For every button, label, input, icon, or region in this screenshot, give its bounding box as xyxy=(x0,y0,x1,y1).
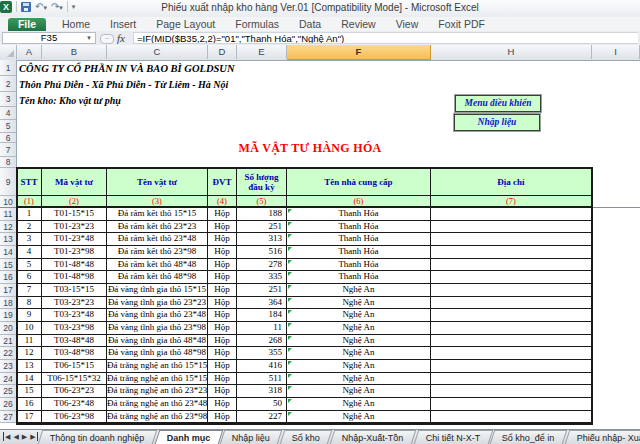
column-header-I[interactable]: I xyxy=(592,45,640,59)
sheet-tab-phi-u-nh-p-xu-t[interactable]: Phiếu nhập- Xuất xyxy=(565,430,640,444)
cell-stt[interactable]: 6 xyxy=(17,271,42,284)
cell-code[interactable]: T06-23*98 xyxy=(42,411,107,423)
cell-unit[interactable]: Hộp xyxy=(208,284,237,297)
cell-stt[interactable]: 2 xyxy=(17,221,42,233)
cell-unit[interactable]: Hộp xyxy=(208,347,237,360)
column-header-A[interactable]: A xyxy=(17,45,42,59)
cell-addr[interactable] xyxy=(431,259,592,271)
column-header-C[interactable]: C xyxy=(107,45,208,59)
ribbon-tab-view[interactable]: View xyxy=(386,18,429,31)
ribbon-tab-home[interactable]: Home xyxy=(52,18,100,31)
cell-addr[interactable] xyxy=(431,271,592,284)
last-sheet-icon[interactable]: ▶ xyxy=(30,432,37,441)
table-header-cell[interactable]: Tên vật tư xyxy=(107,168,208,196)
file-tab[interactable]: File xyxy=(8,18,46,31)
cell-name[interactable]: Đá vàng tĩnh gia thô 23*98 xyxy=(107,322,208,335)
row-header-12[interactable]: 12 xyxy=(0,221,17,233)
cell-code[interactable]: T06-23*48 xyxy=(42,398,107,411)
cell-stt[interactable]: 13 xyxy=(17,360,42,373)
cell-qty[interactable]: 355 xyxy=(237,347,287,360)
cell-addr[interactable] xyxy=(431,373,592,385)
table-header-cell[interactable]: Địa chỉ xyxy=(431,168,592,196)
row-header-26[interactable]: 26 xyxy=(0,398,17,411)
cell-addr[interactable] xyxy=(431,360,592,373)
cell-addr[interactable] xyxy=(431,208,592,221)
cell-unit[interactable]: Hộp xyxy=(208,221,237,233)
cell-supplier[interactable]: Nghệ An xyxy=(287,398,431,411)
cell-stt[interactable]: 3 xyxy=(17,233,42,246)
row-header-19[interactable]: 19 xyxy=(0,309,17,322)
cell-name[interactable]: Đá trắng nghệ an thô 23*23 xyxy=(107,385,208,398)
table-header-cell[interactable]: STT xyxy=(17,168,42,196)
cell-supplier[interactable]: Nghệ An xyxy=(287,322,431,335)
row-header-16[interactable]: 16 xyxy=(0,271,17,284)
row-header-11[interactable]: 11 xyxy=(0,208,17,221)
cell-name[interactable]: Đá răm kết thô 48*48 xyxy=(107,259,208,271)
cell-name[interactable]: Đá răm kết thô 23*23 xyxy=(107,221,208,233)
cell-code[interactable]: T01-48*98 xyxy=(42,271,107,284)
cell-stt[interactable]: 8 xyxy=(17,297,42,309)
ribbon-tab-data[interactable]: Data xyxy=(289,18,331,31)
cell-stt[interactable]: 7 xyxy=(17,284,42,297)
cell-supplier[interactable]: Thanh Hóa xyxy=(287,233,431,246)
cell-code[interactable]: T01-23*48 xyxy=(42,233,107,246)
cell-code[interactable]: T03-23*98 xyxy=(42,322,107,335)
cell-qty[interactable]: 318 xyxy=(237,385,287,398)
cell-unit[interactable]: Hộp xyxy=(208,271,237,284)
cell-supplier[interactable]: Nghệ An xyxy=(287,309,431,322)
table-header-cell[interactable]: Mã vật tư xyxy=(42,168,107,196)
sheet-tab-danh-m-c[interactable]: Danh mục xyxy=(154,430,222,444)
data-entry-button[interactable]: Nhập liệu xyxy=(454,114,540,131)
cell-qty[interactable]: 188 xyxy=(237,208,287,221)
cell-addr[interactable] xyxy=(431,284,592,297)
cell-code[interactable]: T03-15*15 xyxy=(42,284,107,297)
cell-addr[interactable] xyxy=(431,309,592,322)
cell-unit[interactable]: Hộp xyxy=(208,398,237,411)
cell-stt[interactable]: 5 xyxy=(17,259,42,271)
cell-supplier[interactable]: Thanh Hóa xyxy=(287,271,431,284)
table-header-cell[interactable]: Tên nhà cung cấp xyxy=(287,168,431,196)
cell-stt[interactable]: 17 xyxy=(17,411,42,423)
row-header-22[interactable]: 22 xyxy=(0,347,17,360)
row-header-21[interactable]: 21 xyxy=(0,335,17,347)
cell-name[interactable]: Đá răm kết thô 23*98 xyxy=(107,246,208,259)
name-box-dropdown-icon[interactable]: ▼ xyxy=(86,35,92,41)
cell-code[interactable]: T06-15*15 xyxy=(42,360,107,373)
cell-addr[interactable] xyxy=(431,297,592,309)
cell-supplier[interactable]: Thanh Hóa xyxy=(287,259,431,271)
cell-name[interactable]: Đá răm kết thô 23*48 xyxy=(107,233,208,246)
cell-name[interactable]: Đá trắng nghệ an thô 15*15*32 xyxy=(107,373,208,385)
cell-code[interactable]: T03-48*98 xyxy=(42,347,107,360)
row-header-2[interactable]: 2 xyxy=(0,76,17,92)
row-header-1[interactable]: 1 xyxy=(0,60,17,76)
table-header-cell[interactable]: ĐVT xyxy=(208,168,237,196)
cell-supplier[interactable]: Thanh Hóa xyxy=(287,221,431,233)
cell-stt[interactable]: 12 xyxy=(17,347,42,360)
cell-name[interactable]: Đá răm kết thô 48*98 xyxy=(107,271,208,284)
cell-addr[interactable] xyxy=(431,385,592,398)
cell-code[interactable]: T03-23*48 xyxy=(42,309,107,322)
cell-qty[interactable]: 227 xyxy=(237,411,287,423)
cell-name[interactable]: Đá vàng tĩnh gia thô 23*48 xyxy=(107,309,208,322)
cell-code[interactable]: T01-15*15 xyxy=(42,208,107,221)
cell-qty[interactable]: 184 xyxy=(237,309,287,322)
row-header-3[interactable]: 3 xyxy=(0,92,17,107)
cell-addr[interactable] xyxy=(431,335,592,347)
cell-qty[interactable]: 335 xyxy=(237,271,287,284)
cell-code[interactable]: T06-15*15*32 xyxy=(42,373,107,385)
cell-qty[interactable]: 251 xyxy=(237,284,287,297)
cell-unit[interactable]: Hộp xyxy=(208,259,237,271)
row-header-5[interactable]: 5 xyxy=(0,120,17,133)
cell-code[interactable]: T06-23*23 xyxy=(42,385,107,398)
cell-unit[interactable]: Hộp xyxy=(208,373,237,385)
cell-supplier[interactable]: Thanh Hóa xyxy=(287,246,431,259)
cell-unit[interactable]: Hộp xyxy=(208,246,237,259)
row-header-4[interactable]: 4 xyxy=(0,107,17,120)
cell-name[interactable]: Đá vàng tĩnh gia thô 48*48 xyxy=(107,335,208,347)
cell-addr[interactable] xyxy=(431,411,592,423)
row-header-14[interactable]: 14 xyxy=(0,246,17,259)
ribbon-tab-foxit-pdf[interactable]: Foxit PDF xyxy=(428,18,495,31)
row-header-7[interactable]: 7 xyxy=(0,143,17,157)
cell-addr[interactable] xyxy=(431,347,592,360)
cell-stt[interactable]: 9 xyxy=(17,309,42,322)
